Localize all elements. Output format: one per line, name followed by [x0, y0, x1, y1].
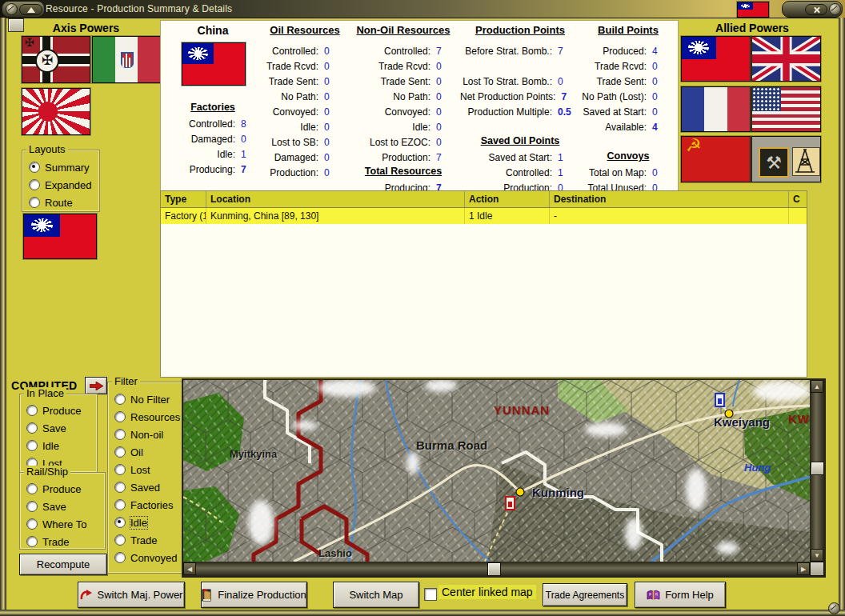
close-button[interactable]: [805, 4, 827, 15]
radio-circle-icon[interactable]: [26, 483, 38, 494]
radio-trade[interactable]: Trade: [20, 533, 105, 550]
stat-subheader: Factories: [162, 101, 263, 116]
switch-map-button[interactable]: Switch Map: [333, 582, 419, 608]
stat-row: Controlled:8: [162, 116, 263, 131]
flag-united-kingdom[interactable]: [751, 36, 821, 82]
vertical-thumb[interactable]: [811, 462, 824, 475]
radio-save[interactable]: Save: [20, 419, 97, 437]
radio-lost[interactable]: Lost: [108, 461, 184, 478]
radio-circle-icon[interactable]: [114, 552, 126, 563]
stat-row: No Path:0: [263, 89, 346, 104]
radio-circle-icon[interactable]: [114, 464, 126, 475]
radio-route[interactable]: Route: [22, 194, 99, 211]
stat-row: Trade Rcvd:0: [582, 58, 675, 74]
stat-row: Trade Rcvd:0: [348, 58, 459, 74]
radio-idle[interactable]: Idle: [20, 437, 97, 454]
scroll-up-button[interactable]: ▲: [811, 380, 823, 393]
radio-where-to[interactable]: Where To: [20, 515, 105, 533]
scroll-right-button[interactable]: ▶: [797, 562, 810, 575]
radio-summary[interactable]: Summary: [22, 158, 99, 176]
map-vertical-scrollbar[interactable]: ▲ ▼: [810, 380, 824, 562]
radio-non-oil[interactable]: Non-oil: [108, 426, 184, 443]
flag-ussr[interactable]: ☭: [681, 136, 751, 182]
radio-circle-icon[interactable]: [26, 536, 38, 547]
radio-circle-icon[interactable]: [114, 446, 126, 458]
radio-circle-icon[interactable]: [26, 518, 38, 530]
horizontal-track[interactable]: [196, 562, 797, 576]
radio-circle-icon[interactable]: [114, 534, 126, 546]
radio-trade[interactable]: Trade: [108, 531, 184, 549]
flag-usa[interactable]: [751, 86, 821, 132]
scroll-down-button[interactable]: ▼: [811, 549, 823, 562]
radio-circle-icon[interactable]: [29, 162, 40, 173]
map-horizontal-scrollbar[interactable]: ◀ ▶: [183, 562, 810, 576]
center-linked-map-checkbox[interactable]: [424, 588, 437, 601]
oil-derrick-icon[interactable]: [792, 147, 820, 176]
radio-oil[interactable]: Oil: [108, 443, 184, 461]
radio-label: Save: [42, 501, 66, 513]
radio-circle-icon[interactable]: [26, 422, 38, 434]
switch-major-power-button[interactable]: Switch Maj. Power: [78, 582, 185, 608]
titlebar[interactable]: Resource - Production Summary & Details: [0, 0, 845, 18]
radio-label: Saved: [130, 482, 160, 494]
stat-label: Production:: [348, 152, 431, 163]
roc-sun-icon: [688, 41, 709, 54]
radio-circle-icon[interactable]: [114, 394, 126, 405]
stat-label: Damaged:: [162, 134, 235, 145]
horizontal-thumb[interactable]: [487, 562, 501, 576]
trade-agreements-button[interactable]: Trade Agreements: [543, 583, 627, 606]
radio-circle-icon[interactable]: [29, 179, 40, 190]
form-help-button[interactable]: Form Help: [635, 582, 726, 608]
map[interactable]: YUNNANKWBurma RoadKunmingKweiyangMyitkyi…: [183, 380, 810, 562]
column-header-c: C: [789, 191, 807, 207]
radio-save[interactable]: Save: [20, 498, 105, 515]
finalize-production-button[interactable]: Finalize Production: [201, 582, 307, 608]
radio-no-filter[interactable]: No Filter: [108, 390, 184, 408]
table-row[interactable]: Factory (1)Kunming, China [89, 130]1 Idl…: [161, 208, 807, 224]
radio-circle-icon[interactable]: [114, 429, 126, 440]
map-canvas[interactable]: [183, 380, 810, 562]
panel-collapse-button[interactable]: [8, 18, 24, 32]
stat-value: 0: [318, 167, 346, 178]
factories-stats: FactoriesControlled:8Damaged:0Idle:1Prod…: [162, 101, 263, 177]
flag-japan[interactable]: [22, 88, 90, 135]
flag-germany[interactable]: ✠ ✠: [22, 36, 90, 83]
vertical-track[interactable]: [810, 393, 824, 549]
computed-arrow-button[interactable]: [85, 377, 107, 394]
radio-circle-icon[interactable]: [29, 197, 40, 208]
radio-circle-icon[interactable]: [26, 501, 38, 512]
radio-saved[interactable]: Saved: [108, 478, 184, 496]
radio-produce[interactable]: Produce: [20, 402, 97, 419]
union-jack-icon: [752, 37, 820, 81]
button-label: Finalize Production: [218, 589, 306, 601]
radio-circle-icon[interactable]: [26, 405, 38, 416]
scroll-left-button[interactable]: ◀: [183, 562, 196, 575]
radio-expanded[interactable]: Expanded: [22, 176, 99, 194]
radio-circle-icon[interactable]: [114, 411, 126, 422]
button-label: Trade Agreements: [546, 590, 624, 601]
radio-circle-icon[interactable]: [114, 482, 126, 493]
rollup-button[interactable]: [19, 4, 42, 15]
stat-row: Damaged:0: [162, 131, 263, 146]
stat-row: Trade Sent:0: [263, 74, 346, 89]
flag-france[interactable]: [681, 86, 751, 132]
roc-sun-icon: [31, 218, 54, 232]
flag-italy[interactable]: [92, 36, 161, 83]
radio-convoyed[interactable]: Convoyed: [108, 549, 184, 566]
minerals-icon[interactable]: ⚒: [759, 147, 789, 178]
recompute-button[interactable]: Recompute: [19, 554, 107, 575]
stat-label: No Path:: [348, 91, 431, 102]
column-header-location: Location: [206, 191, 465, 207]
radio-resources[interactable]: Resources: [108, 408, 184, 426]
stat-label: Saved at Start:: [582, 106, 647, 118]
rail-ship-options: ProduceSaveWhere ToTrade: [20, 473, 105, 550]
radio-produce[interactable]: Produce: [20, 480, 105, 498]
radio-circle-icon[interactable]: [26, 440, 38, 451]
radio-circle-icon[interactable]: [114, 499, 126, 510]
flag-china[interactable]: [681, 36, 751, 82]
radio-idle[interactable]: Idle: [108, 514, 184, 531]
stat-value: 0: [552, 76, 580, 87]
radio-label: No Filter: [130, 394, 170, 406]
radio-circle-icon[interactable]: [114, 517, 126, 528]
radio-factories[interactable]: Factories: [108, 496, 184, 514]
